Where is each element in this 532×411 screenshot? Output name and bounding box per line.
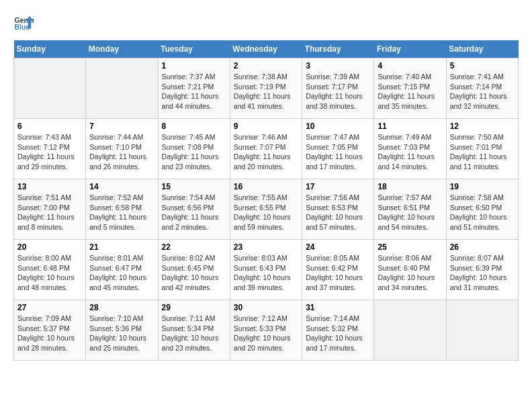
day-number: 10 xyxy=(306,122,370,131)
calendar-table: SundayMondayTuesdayWednesdayThursdayFrid… xyxy=(13,40,519,361)
calendar-cell: 10Sunrise: 7:47 AMSunset: 7:05 PMDayligh… xyxy=(302,119,374,179)
calendar-cell: 12Sunrise: 7:50 AMSunset: 7:01 PMDayligh… xyxy=(446,119,518,179)
day-info: Sunrise: 7:37 AMSunset: 7:21 PMDaylight:… xyxy=(162,72,226,111)
day-info: Sunrise: 8:03 AMSunset: 6:43 PMDaylight:… xyxy=(234,253,298,293)
calendar-cell: 17Sunrise: 7:56 AMSunset: 6:53 PMDayligh… xyxy=(302,179,374,240)
day-info: Sunrise: 8:02 AMSunset: 6:45 PMDaylight:… xyxy=(162,253,226,293)
day-info: Sunrise: 7:40 AMSunset: 7:15 PMDaylight:… xyxy=(378,72,442,111)
calendar-cell: 21Sunrise: 8:01 AMSunset: 6:47 PMDayligh… xyxy=(86,240,158,300)
day-number: 6 xyxy=(17,122,82,131)
day-number: 31 xyxy=(306,303,370,312)
day-number: 3 xyxy=(306,61,370,71)
day-number: 19 xyxy=(450,182,515,191)
day-info: Sunrise: 8:01 AMSunset: 6:47 PMDaylight:… xyxy=(89,253,154,293)
day-number: 24 xyxy=(306,242,370,252)
calendar-header: SundayMondayTuesdayWednesdayThursdayFrid… xyxy=(14,40,519,58)
calendar-cell: 13Sunrise: 7:51 AMSunset: 7:00 PMDayligh… xyxy=(14,179,86,240)
day-number: 25 xyxy=(378,242,442,252)
weekday-header: Saturday xyxy=(446,40,518,58)
day-info: Sunrise: 7:44 AMSunset: 7:10 PMDaylight:… xyxy=(89,132,154,172)
calendar-cell xyxy=(14,58,86,119)
logo: General Blue xyxy=(13,13,34,34)
day-number: 27 xyxy=(17,303,82,312)
calendar-cell: 31Sunrise: 7:14 AMSunset: 5:32 PMDayligh… xyxy=(302,300,374,361)
weekday-header: Friday xyxy=(374,40,446,58)
day-info: Sunrise: 7:41 AMSunset: 7:14 PMDaylight:… xyxy=(450,72,515,111)
day-number: 21 xyxy=(89,242,154,252)
calendar-cell: 1Sunrise: 7:37 AMSunset: 7:21 PMDaylight… xyxy=(158,58,230,119)
day-info: Sunrise: 7:56 AMSunset: 6:53 PMDaylight:… xyxy=(306,193,370,232)
calendar-cell: 22Sunrise: 8:02 AMSunset: 6:45 PMDayligh… xyxy=(158,240,230,300)
day-info: Sunrise: 8:07 AMSunset: 6:39 PMDaylight:… xyxy=(450,253,515,293)
calendar-cell: 27Sunrise: 7:09 AMSunset: 5:37 PMDayligh… xyxy=(14,300,86,361)
weekday-header: Thursday xyxy=(302,40,374,58)
day-number: 15 xyxy=(162,182,226,191)
day-info: Sunrise: 7:14 AMSunset: 5:32 PMDaylight:… xyxy=(306,314,370,353)
day-number: 7 xyxy=(89,122,154,131)
calendar-cell xyxy=(446,300,518,361)
weekday-header: Tuesday xyxy=(158,40,230,58)
calendar-cell: 5Sunrise: 7:41 AMSunset: 7:14 PMDaylight… xyxy=(446,58,518,119)
day-info: Sunrise: 8:06 AMSunset: 6:40 PMDaylight:… xyxy=(378,253,442,293)
weekday-header: Monday xyxy=(86,40,158,58)
calendar-cell: 8Sunrise: 7:45 AMSunset: 7:08 PMDaylight… xyxy=(158,119,230,179)
day-info: Sunrise: 7:10 AMSunset: 5:36 PMDaylight:… xyxy=(89,314,154,353)
calendar-cell: 18Sunrise: 7:57 AMSunset: 6:51 PMDayligh… xyxy=(374,179,446,240)
day-number: 23 xyxy=(234,242,298,252)
calendar-cell: 30Sunrise: 7:12 AMSunset: 5:33 PMDayligh… xyxy=(230,300,302,361)
calendar-cell: 11Sunrise: 7:49 AMSunset: 7:03 PMDayligh… xyxy=(374,119,446,179)
day-info: Sunrise: 7:45 AMSunset: 7:08 PMDaylight:… xyxy=(162,132,226,172)
day-number: 18 xyxy=(378,182,442,191)
day-info: Sunrise: 7:57 AMSunset: 6:51 PMDaylight:… xyxy=(378,193,442,232)
calendar-cell: 24Sunrise: 8:05 AMSunset: 6:42 PMDayligh… xyxy=(302,240,374,300)
day-info: Sunrise: 7:58 AMSunset: 6:50 PMDaylight:… xyxy=(450,193,515,232)
day-number: 14 xyxy=(89,182,154,191)
day-number: 5 xyxy=(450,61,515,71)
day-info: Sunrise: 7:55 AMSunset: 6:55 PMDaylight:… xyxy=(234,193,298,232)
calendar-cell xyxy=(374,300,446,361)
weekday-header: Sunday xyxy=(14,40,86,58)
calendar-cell: 28Sunrise: 7:10 AMSunset: 5:36 PMDayligh… xyxy=(86,300,158,361)
day-info: Sunrise: 7:46 AMSunset: 7:07 PMDaylight:… xyxy=(234,132,298,172)
weekday-header: Wednesday xyxy=(230,40,302,58)
calendar-week-row: 27Sunrise: 7:09 AMSunset: 5:37 PMDayligh… xyxy=(14,300,519,361)
calendar-cell: 15Sunrise: 7:54 AMSunset: 6:56 PMDayligh… xyxy=(158,179,230,240)
calendar-week-row: 20Sunrise: 8:00 AMSunset: 6:48 PMDayligh… xyxy=(14,240,519,300)
day-info: Sunrise: 7:49 AMSunset: 7:03 PMDaylight:… xyxy=(378,132,442,172)
day-info: Sunrise: 8:05 AMSunset: 6:42 PMDaylight:… xyxy=(306,253,370,293)
day-number: 29 xyxy=(162,303,226,312)
calendar-cell: 14Sunrise: 7:52 AMSunset: 6:58 PMDayligh… xyxy=(86,179,158,240)
calendar-cell: 6Sunrise: 7:43 AMSunset: 7:12 PMDaylight… xyxy=(14,119,86,179)
calendar-cell: 19Sunrise: 7:58 AMSunset: 6:50 PMDayligh… xyxy=(446,179,518,240)
calendar-cell: 3Sunrise: 7:39 AMSunset: 7:17 PMDaylight… xyxy=(302,58,374,119)
day-info: Sunrise: 8:00 AMSunset: 6:48 PMDaylight:… xyxy=(17,253,82,293)
svg-text:Blue: Blue xyxy=(15,23,30,31)
calendar-week-row: 6Sunrise: 7:43 AMSunset: 7:12 PMDaylight… xyxy=(14,119,519,179)
day-number: 16 xyxy=(234,182,298,191)
calendar-cell: 4Sunrise: 7:40 AMSunset: 7:15 PMDaylight… xyxy=(374,58,446,119)
day-number: 17 xyxy=(306,182,370,191)
day-number: 28 xyxy=(89,303,154,312)
calendar-cell: 16Sunrise: 7:55 AMSunset: 6:55 PMDayligh… xyxy=(230,179,302,240)
calendar-cell: 29Sunrise: 7:11 AMSunset: 5:34 PMDayligh… xyxy=(158,300,230,361)
day-info: Sunrise: 7:51 AMSunset: 7:00 PMDaylight:… xyxy=(17,193,82,232)
day-info: Sunrise: 7:47 AMSunset: 7:05 PMDaylight:… xyxy=(306,132,370,172)
day-info: Sunrise: 7:52 AMSunset: 6:58 PMDaylight:… xyxy=(89,193,154,232)
calendar-cell: 9Sunrise: 7:46 AMSunset: 7:07 PMDaylight… xyxy=(230,119,302,179)
day-number: 20 xyxy=(17,242,82,252)
day-number: 9 xyxy=(234,122,298,131)
day-info: Sunrise: 7:11 AMSunset: 5:34 PMDaylight:… xyxy=(162,314,226,353)
day-number: 1 xyxy=(162,61,226,71)
day-number: 2 xyxy=(234,61,298,71)
day-info: Sunrise: 7:12 AMSunset: 5:33 PMDaylight:… xyxy=(234,314,298,353)
calendar-week-row: 1Sunrise: 7:37 AMSunset: 7:21 PMDaylight… xyxy=(14,58,519,119)
calendar-cell: 7Sunrise: 7:44 AMSunset: 7:10 PMDaylight… xyxy=(86,119,158,179)
day-info: Sunrise: 7:43 AMSunset: 7:12 PMDaylight:… xyxy=(17,132,82,172)
day-number: 11 xyxy=(378,122,442,131)
day-number: 12 xyxy=(450,122,515,131)
logo-icon: General Blue xyxy=(13,13,34,34)
calendar-cell: 2Sunrise: 7:38 AMSunset: 7:19 PMDaylight… xyxy=(230,58,302,119)
day-number: 8 xyxy=(162,122,226,131)
day-number: 13 xyxy=(17,182,82,191)
day-number: 22 xyxy=(162,242,226,252)
